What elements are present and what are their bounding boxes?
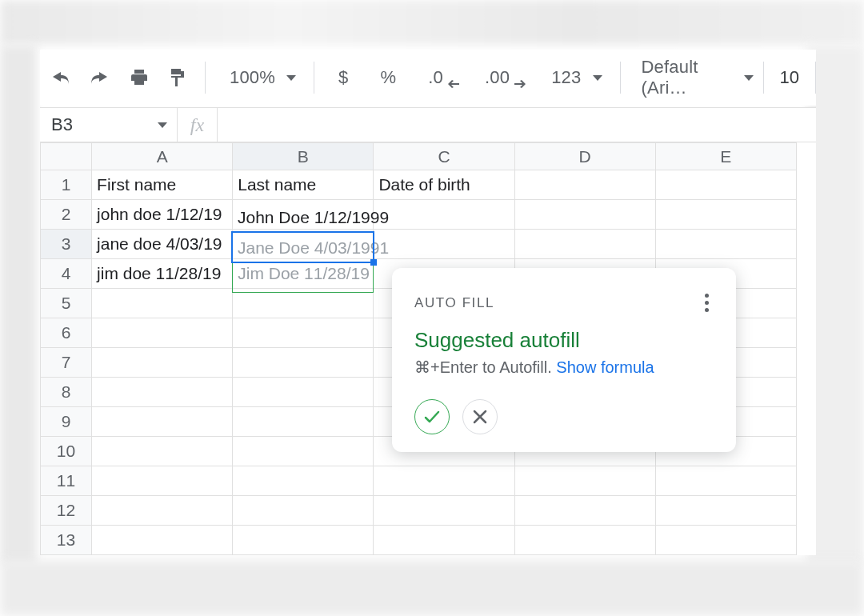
row-header-7[interactable]: 7 xyxy=(41,348,92,378)
cell-A7[interactable] xyxy=(92,348,233,378)
cell-B6[interactable] xyxy=(233,318,374,348)
close-icon xyxy=(471,408,489,426)
zoom-dropdown[interactable]: 100% xyxy=(214,60,306,95)
row-header-1[interactable]: 1 xyxy=(41,170,92,200)
cell-B7[interactable] xyxy=(233,348,374,378)
cell-A10[interactable] xyxy=(92,437,233,466)
more-formats-dropdown[interactable]: 123 xyxy=(535,60,611,95)
cell-E2[interactable] xyxy=(655,200,796,230)
row-header-9[interactable]: 9 xyxy=(41,407,92,437)
toolbar-separator xyxy=(314,62,314,94)
cell-C1[interactable]: Date of birth xyxy=(374,170,514,200)
cell-B8[interactable] xyxy=(233,378,374,407)
cell-B1[interactable]: Last name xyxy=(233,170,374,200)
name-box[interactable]: B3 xyxy=(40,108,178,142)
cell-A3[interactable]: jane doe 4/03/19 xyxy=(92,230,233,259)
print-button[interactable] xyxy=(120,60,158,95)
cell-A13[interactable] xyxy=(92,526,233,555)
cell-D2[interactable] xyxy=(514,200,655,230)
check-icon xyxy=(422,407,442,426)
font-name: Default (Ari… xyxy=(638,57,738,98)
cell-B12[interactable] xyxy=(233,496,374,526)
cell-A12[interactable] xyxy=(92,496,233,526)
cell-E1[interactable] xyxy=(655,170,796,200)
cell-C13[interactable] xyxy=(374,526,514,555)
cell-B9[interactable] xyxy=(233,407,374,437)
cell-B10[interactable] xyxy=(233,437,374,466)
row-header-6[interactable]: 6 xyxy=(41,318,92,348)
font-size-input[interactable]: 10 xyxy=(763,62,816,94)
column-header-D[interactable]: D xyxy=(514,143,655,170)
format-currency-button[interactable]: $ xyxy=(322,60,364,95)
undo-button[interactable] xyxy=(40,60,80,95)
cell-C11[interactable] xyxy=(374,466,514,496)
decrease-decimal-button[interactable]: .0 xyxy=(412,60,469,95)
column-header-E[interactable]: E xyxy=(655,143,796,170)
column-header-A[interactable]: A xyxy=(92,143,233,170)
cell-E12[interactable] xyxy=(655,496,796,526)
row-header-3[interactable]: 3 xyxy=(41,230,92,259)
cell-E3[interactable] xyxy=(655,230,796,259)
show-formula-link[interactable]: Show formula xyxy=(556,358,654,376)
cell-A2[interactable]: john doe 1/12/19 xyxy=(92,200,233,230)
cell-C2[interactable] xyxy=(374,200,514,230)
cell-B4[interactable]: Jim Doe 11/28/19 xyxy=(233,259,374,289)
paint-format-button[interactable] xyxy=(158,60,197,95)
cell-A6[interactable] xyxy=(92,318,233,348)
redo-button[interactable] xyxy=(80,60,120,95)
chevron-down-icon xyxy=(593,75,602,81)
kebab-icon xyxy=(705,294,709,298)
redo-icon xyxy=(90,69,110,86)
row-header-12[interactable]: 12 xyxy=(41,496,92,526)
cell-B13[interactable] xyxy=(233,526,374,555)
cell-D1[interactable] xyxy=(514,170,655,200)
font-dropdown[interactable]: Default (Ari… xyxy=(628,60,762,95)
increase-decimal-button[interactable]: .00 xyxy=(469,60,535,95)
blurred-left xyxy=(0,45,37,565)
more-options-button[interactable] xyxy=(700,289,714,317)
blurred-top xyxy=(0,0,864,45)
undo-icon xyxy=(50,69,70,86)
cell-A8[interactable] xyxy=(92,378,233,407)
cell-A11[interactable] xyxy=(92,466,233,496)
cell-A1[interactable]: First name xyxy=(92,170,233,200)
cell-B11[interactable] xyxy=(233,466,374,496)
row-header-10[interactable]: 10 xyxy=(41,437,92,466)
cell-D12[interactable] xyxy=(514,496,655,526)
format-percent-button[interactable]: % xyxy=(364,60,412,95)
formula-input[interactable] xyxy=(218,108,816,142)
chevron-down-icon xyxy=(744,75,754,81)
zoom-value: 100% xyxy=(223,67,282,88)
cell-E13[interactable] xyxy=(655,526,796,555)
row-header-8[interactable]: 8 xyxy=(41,378,92,407)
row-header-2[interactable]: 2 xyxy=(41,200,92,230)
cell-A9[interactable] xyxy=(92,407,233,437)
cell-B3[interactable] xyxy=(233,230,374,259)
cell-A5[interactable] xyxy=(92,289,233,318)
cell-D3[interactable] xyxy=(514,230,655,259)
column-header-C[interactable]: C xyxy=(374,143,514,170)
blurred-bottom xyxy=(0,560,864,616)
cell-E11[interactable] xyxy=(655,466,796,496)
column-header-B[interactable]: B xyxy=(233,143,374,170)
fill-handle[interactable] xyxy=(370,259,377,266)
toolbar: 100% $ % .0 .00 123 Default (Ari… 10 xyxy=(40,50,816,106)
accept-autofill-button[interactable] xyxy=(414,399,450,434)
arrow-left-icon xyxy=(448,80,459,88)
row-header-11[interactable]: 11 xyxy=(41,466,92,496)
fx-icon: fx xyxy=(178,108,218,142)
select-all-corner[interactable] xyxy=(41,143,92,170)
cell-B5[interactable] xyxy=(233,289,374,318)
reject-autofill-button[interactable] xyxy=(462,399,498,434)
row-header-13[interactable]: 13 xyxy=(41,526,92,555)
cell-D13[interactable] xyxy=(514,526,655,555)
cell-B2[interactable] xyxy=(233,200,374,230)
cell-A4[interactable]: jim doe 11/28/19 xyxy=(92,259,233,289)
cell-D11[interactable] xyxy=(514,466,655,496)
cell-C3[interactable] xyxy=(374,230,514,259)
row-header-4[interactable]: 4 xyxy=(41,259,92,289)
row-header-5[interactable]: 5 xyxy=(41,289,92,318)
chevron-down-icon xyxy=(286,75,296,81)
chevron-down-icon xyxy=(158,122,167,128)
cell-C12[interactable] xyxy=(374,496,514,526)
